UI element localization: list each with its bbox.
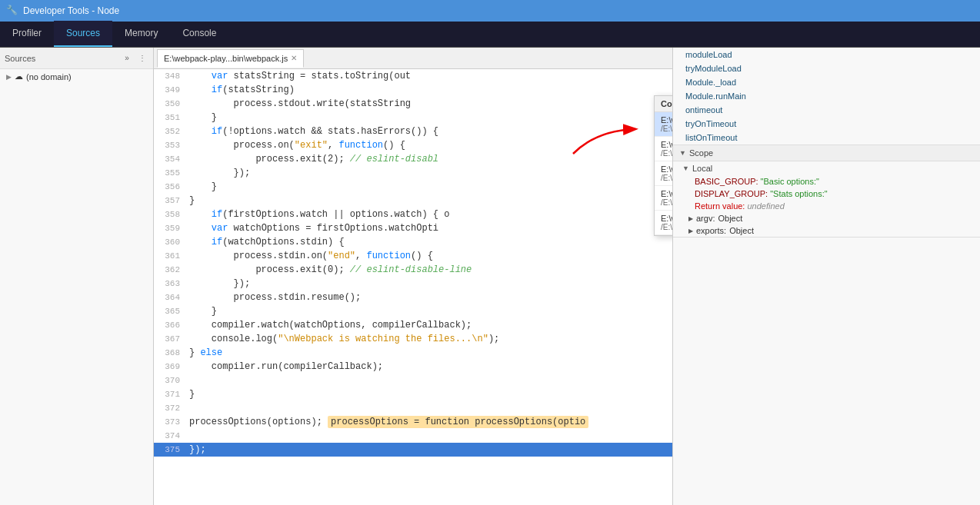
autocomplete-item-2[interactable]: E:\webpack-playground\node_modules\webpa… <box>655 161 672 186</box>
tree-arrow-icon: ▶ <box>6 73 12 81</box>
code-line-375: 375 }); <box>154 443 672 457</box>
editor-tab-close[interactable]: ✕ <box>291 54 297 62</box>
expander-arrow-argv: ▶ <box>688 215 693 222</box>
tab-profiler[interactable]: Profiler <box>0 21 54 47</box>
scope-toggle-icon: ▼ <box>679 149 686 157</box>
code-line-352: 352 if(!options.watch && stats.hasErrors… <box>154 125 672 138</box>
editor-tab-webpack[interactable]: E:\webpack-play...bin\webpack.js ✕ <box>157 49 304 68</box>
code-line-361: 361 process.stdin.on("end", function() { <box>154 249 672 263</box>
scroll-spacer <box>673 238 980 391</box>
code-line-363: 363 }); <box>154 277 672 291</box>
code-line-351: 351 } <box>154 111 672 125</box>
scope-var-display-group: DISPLAY_GROUP: "Stats options:" <box>673 188 980 200</box>
scope-var-basic-group: BASIC_GROUP: "Basic options:" <box>673 175 980 188</box>
expander-arrow-exports: ▶ <box>688 228 693 234</box>
code-panel: E:\webpack-play...bin\webpack.js ✕ 348 v… <box>154 48 672 505</box>
sources-label: Sources <box>5 54 35 63</box>
code-line-356: 356 } <box>154 180 672 194</box>
code-line-357: 357 } <box>154 194 672 208</box>
code-line-368: 368 } else <box>154 346 672 360</box>
editor-tab-label: E:\webpack-play...bin\webpack.js <box>164 54 288 63</box>
scope-section-header[interactable]: ▼ Scope <box>673 145 980 161</box>
autocomplete-item-3[interactable]: E:\webpack-playground\node_modules\webpa… <box>655 186 672 211</box>
scope-expander-exports[interactable]: ▶ exports: Object <box>673 224 980 237</box>
callstack-item-module-runmain[interactable]: Module.runMain <box>673 89 980 103</box>
callstack-item-ontimeout[interactable]: ontimeout <box>673 103 980 117</box>
code-line-365: 365 } <box>154 304 672 318</box>
tab-sources[interactable]: Sources <box>54 21 112 47</box>
tab-console[interactable]: Console <box>170 21 228 47</box>
code-line-369: 369 compiler.run(compilerCallback); <box>154 360 672 374</box>
code-line-349: 349 if(statsString) <box>154 83 672 97</box>
scope-var-return: Return value: undefined <box>673 200 980 212</box>
code-line-350: 350 process.stdout.write(statsString <box>154 97 672 111</box>
autocomplete-item-4[interactable]: E:\webpack-playground\node_modules\webpa… <box>655 211 672 235</box>
code-line-358: 358 if(firstOptions.watch || options.wat… <box>154 208 672 221</box>
code-line-366: 366 compiler.watch(watchOptions, compile… <box>154 318 672 332</box>
app-icon: 🔧 <box>6 5 18 17</box>
code-line-355: 355 }); <box>154 166 672 180</box>
local-subheader[interactable]: ▼ Local <box>673 161 980 175</box>
local-label: Local <box>692 164 712 173</box>
autocomplete-item-0[interactable]: E:\webpack-playground\node_modules\webpa… <box>655 112 672 137</box>
code-line-367: 367 console.log("\nWebpack is watching t… <box>154 332 672 346</box>
main-layout: Sources » ⋮ ▶ ☁ (no domain) E:\webpack-p… <box>0 48 980 505</box>
code-line-372: 372 <box>154 401 672 415</box>
title-text: Developer Tools - Node <box>23 5 119 16</box>
tab-memory[interactable]: Memory <box>112 21 170 47</box>
autocomplete-popup: Compilation E:\webpack-playground\node_m… <box>654 95 672 236</box>
scope-section: ▼ Scope ▼ Local BASIC_GROUP: "Basic opti… <box>673 145 980 238</box>
sidebar-icons: » ⋮ <box>121 52 148 65</box>
code-line-374: 374 <box>154 429 672 443</box>
code-line-362: 362 process.exit(0); // eslint-disable-l… <box>154 263 672 277</box>
domain-label: (no domain) <box>26 72 72 81</box>
sidebar-menu-icon[interactable]: ⋮ <box>136 52 148 65</box>
tree-item-domain[interactable]: ▶ ☁ (no domain) <box>0 69 153 84</box>
sidebar-header: Sources » ⋮ <box>0 48 153 69</box>
code-line-373: 373 processOptions(options); processOpti… <box>154 415 672 429</box>
local-toggle-icon: ▼ <box>682 164 689 172</box>
exports-label: exports: <box>696 226 726 235</box>
code-line-371: 371 } <box>154 387 672 401</box>
code-line-348: 348 var statsString = stats.toString(out <box>154 69 672 83</box>
title-bar: 🔧 Developer Tools - Node <box>0 0 980 22</box>
callstack-item-trymoduleload[interactable]: tryModuleLoad <box>673 61 980 75</box>
editor-tabs: E:\webpack-play...bin\webpack.js ✕ <box>154 48 672 69</box>
sidebar-more-icon[interactable]: » <box>121 52 133 65</box>
callstack-item-moduleload[interactable]: moduleLoad <box>673 48 980 61</box>
autocomplete-header: Compilation <box>655 96 672 112</box>
top-tabs-bar: Profiler Sources Memory Console <box>0 22 980 48</box>
code-area[interactable]: 348 var statsString = stats.toString(out… <box>154 69 672 505</box>
code-line-353: 353 process.on("exit", function() { <box>154 138 672 152</box>
callstack-item-module-load[interactable]: Module._load <box>673 75 980 89</box>
argv-label: argv: <box>696 214 715 223</box>
callstack-item-listontimeout[interactable]: listOnTimeout <box>673 131 980 145</box>
code-line-370: 370 <box>154 374 672 387</box>
right-panel: moduleLoad tryModuleLoad Module._load Mo… <box>672 48 980 505</box>
code-line-364: 364 process.stdin.resume(); <box>154 291 672 304</box>
scope-expander-argv[interactable]: ▶ argv: Object <box>673 212 980 224</box>
code-line-359: 359 var watchOptions = firstOptions.watc… <box>154 221 672 235</box>
scope-label: Scope <box>689 148 713 158</box>
code-line-360: 360 if(watchOptions.stdin) { <box>154 235 672 249</box>
domain-icon: ☁ <box>15 71 23 81</box>
callstack-item-tryontimeout[interactable]: tryOnTimeout <box>673 117 980 131</box>
sources-sidebar: Sources » ⋮ ▶ ☁ (no domain) <box>0 48 154 505</box>
code-line-354: 354 process.exit(2); // eslint-disabl <box>154 152 672 166</box>
autocomplete-item-1[interactable]: E:\webpack-playground\node_modules\webpa… <box>655 137 672 161</box>
code-lines: 348 var statsString = stats.toString(out… <box>154 69 672 457</box>
call-stack-section: moduleLoad tryModuleLoad Module._load Mo… <box>673 48 980 145</box>
